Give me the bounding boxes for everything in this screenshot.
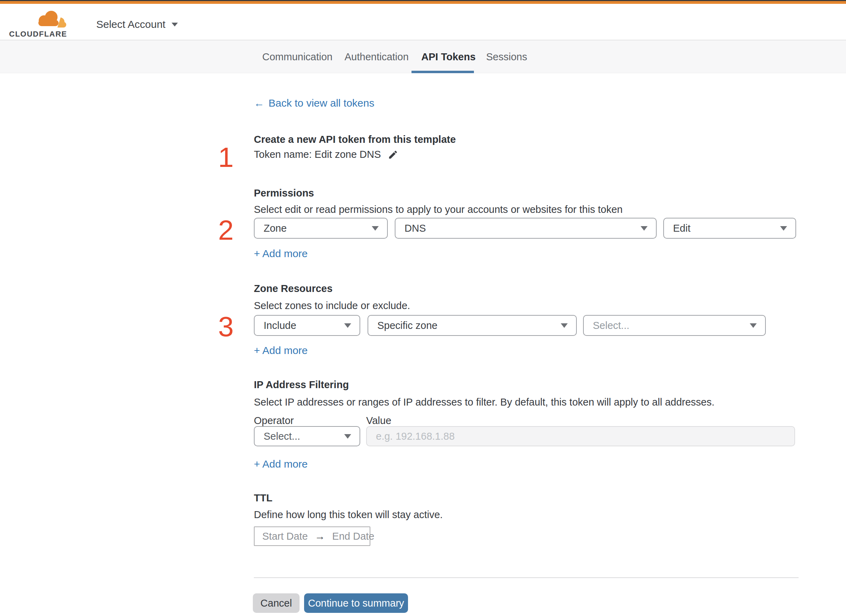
footer-divider <box>254 577 799 578</box>
tab-sessions[interactable]: Sessions <box>486 51 527 62</box>
permission-scope-select[interactable]: Zone <box>254 218 388 239</box>
chevron-down-icon <box>561 323 568 328</box>
edit-pencil-icon[interactable] <box>388 150 398 160</box>
step-1-marker: 1 <box>195 144 234 172</box>
arrow-right-icon: → <box>315 530 325 542</box>
tab-communication[interactable]: Communication <box>262 51 333 62</box>
step-2-marker: 2 <box>195 216 234 244</box>
ttl-description: Define how long this token will stay act… <box>254 509 443 521</box>
chevron-down-icon <box>344 323 351 328</box>
permission-access-value: Edit <box>673 223 690 234</box>
profile-tabbar: Communication Authentication API Tokens … <box>0 40 846 73</box>
zone-include-select[interactable]: Include <box>254 315 360 336</box>
ip-operator-label: Operator <box>254 415 294 426</box>
back-link-label: Back to view all tokens <box>269 98 374 109</box>
chevron-down-icon <box>750 323 757 328</box>
permission-scope-value: Zone <box>263 223 287 234</box>
cloudflare-wordmark: CLOUDFLARE <box>9 29 67 39</box>
active-tab-underline <box>412 71 474 73</box>
zone-resources-description: Select zones to include or exclude. <box>254 300 410 311</box>
zone-scope-select[interactable]: Specific zone <box>368 315 577 336</box>
zone-picker-select[interactable]: Select... <box>583 315 766 336</box>
account-selector[interactable]: Select Account <box>96 19 178 30</box>
ip-filtering-heading: IP Address Filtering <box>254 379 349 390</box>
ttl-date-range-picker[interactable]: Start Date → End Date <box>254 527 370 546</box>
brand-accent-bar <box>0 1 846 4</box>
step-3-marker: 3 <box>195 313 234 341</box>
chevron-down-icon <box>372 226 379 231</box>
chevron-down-icon <box>780 226 787 231</box>
zone-picker-placeholder: Select... <box>593 320 630 331</box>
cloudflare-logo[interactable]: CLOUDFLARE <box>9 9 68 40</box>
permission-access-select[interactable]: Edit <box>663 218 796 239</box>
cloudflare-cloud-icon <box>36 9 68 28</box>
zone-resources-heading: Zone Resources <box>254 283 333 295</box>
ip-filtering-description: Select IP addresses or ranges of IP addr… <box>254 396 715 408</box>
page-title: Create a new API token from this templat… <box>254 134 456 145</box>
account-selector-label: Select Account <box>96 19 165 30</box>
token-name-value: Token name: Edit zone DNS <box>254 149 381 160</box>
zone-scope-value: Specific zone <box>377 320 438 331</box>
caret-down-icon <box>172 23 178 26</box>
zone-include-value: Include <box>263 320 296 331</box>
chevron-down-icon <box>641 226 647 231</box>
chevron-down-icon <box>344 434 351 439</box>
ip-operator-select[interactable]: Select... <box>254 426 360 446</box>
cloudflare-api-token-page: CLOUDFLARE Select Account Communication … <box>0 0 846 616</box>
back-to-tokens-link[interactable]: ← Back to view all tokens <box>254 98 374 109</box>
token-name-row: Token name: Edit zone DNS <box>254 149 398 160</box>
ip-value-input[interactable] <box>366 426 795 446</box>
permissions-add-more-link[interactable]: + Add more <box>254 248 308 259</box>
permission-resource-value: DNS <box>405 223 426 234</box>
end-date-placeholder: End Date <box>333 531 375 542</box>
ip-filtering-add-more-link[interactable]: + Add more <box>254 459 308 470</box>
continue-to-summary-button[interactable]: Continue to summary <box>304 593 408 613</box>
ip-operator-placeholder: Select... <box>263 431 300 442</box>
header: CLOUDFLARE Select Account <box>0 4 846 40</box>
tab-authentication[interactable]: Authentication <box>344 51 409 62</box>
zone-resources-add-more-link[interactable]: + Add more <box>254 345 308 356</box>
tab-api-tokens[interactable]: API Tokens <box>421 51 476 62</box>
ttl-heading: TTL <box>254 492 272 504</box>
back-arrow-icon: ← <box>254 98 264 109</box>
permissions-heading: Permissions <box>254 188 314 199</box>
permissions-description: Select edit or read permissions to apply… <box>254 204 622 215</box>
ip-value-label: Value <box>366 415 391 426</box>
permission-resource-select[interactable]: DNS <box>395 218 657 239</box>
cancel-button[interactable]: Cancel <box>253 593 300 613</box>
start-date-placeholder: Start Date <box>262 531 308 542</box>
